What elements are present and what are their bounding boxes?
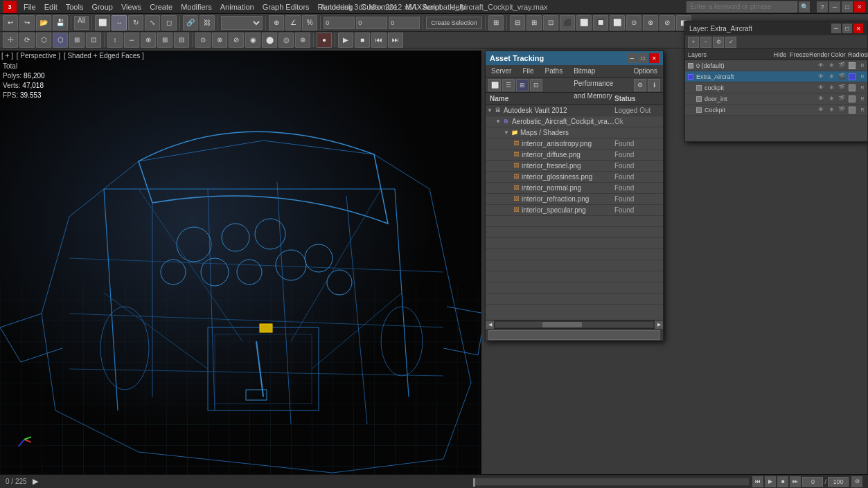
asset-minimize-btn[interactable]: ─ bbox=[627, 53, 637, 63]
layer-radiosity-toggle[interactable]: R bbox=[858, 94, 867, 104]
z-coord[interactable] bbox=[389, 17, 420, 29]
layers-maximize-btn[interactable]: □ bbox=[842, 24, 852, 33]
frame-input[interactable] bbox=[802, 477, 823, 487]
tb-extra-1[interactable]: ⊟ bbox=[510, 15, 525, 30]
layer-freeze-toggle[interactable]: ❄ bbox=[826, 72, 836, 82]
asset-tree-empty-row[interactable] bbox=[486, 227, 663, 238]
tb2-anim-btn[interactable]: ● bbox=[317, 33, 332, 48]
tb-percent-snap-btn[interactable]: % bbox=[302, 15, 317, 30]
tb2-btn16[interactable]: ⬤ bbox=[262, 33, 277, 48]
asset-menu-options[interactable]: Options bbox=[628, 65, 663, 78]
viewport[interactable]: [ + ] [ Perspective ] [ Shaded + Edged F… bbox=[0, 51, 481, 474]
asset-tree-empty-row[interactable] bbox=[486, 249, 663, 260]
layer-freeze-toggle[interactable]: ❄ bbox=[826, 105, 836, 115]
asset-tool-3[interactable]: ⊞ bbox=[516, 79, 529, 91]
layer-render-toggle[interactable]: 🎬 bbox=[837, 72, 847, 82]
layers-new-btn[interactable]: + bbox=[688, 37, 699, 48]
asset-tree-row[interactable]: 🖼 interior_glossiness.png Found bbox=[486, 172, 663, 183]
tb2-btn9[interactable]: ⊕ bbox=[141, 33, 156, 48]
layer-radiosity-toggle[interactable]: R bbox=[858, 61, 867, 71]
tb2-btn4[interactable]: ⬡ bbox=[53, 33, 68, 48]
layer-hide-toggle[interactable]: 👁 bbox=[816, 83, 826, 93]
layer-color-box[interactable] bbox=[849, 62, 856, 69]
tb-btn-link[interactable]: 🔗 bbox=[183, 15, 198, 30]
scroll-thumb[interactable] bbox=[542, 322, 582, 327]
asset-tree-row[interactable]: 🖼 interior_fresnel.png Found bbox=[486, 161, 663, 172]
tb2-btn14[interactable]: ⊘ bbox=[229, 33, 244, 48]
tb2-btn2[interactable]: ⟳ bbox=[19, 33, 35, 48]
tb2-play-btn[interactable]: ▶ bbox=[338, 33, 353, 48]
menu-file[interactable]: File bbox=[19, 0, 40, 14]
scale-btn[interactable]: ⤡ bbox=[145, 15, 160, 30]
tb2-btn7[interactable]: ↕ bbox=[107, 33, 123, 48]
layer-render-toggle[interactable]: 🎬 bbox=[837, 94, 847, 104]
tb2-btn5[interactable]: ⊞ bbox=[69, 33, 85, 48]
asset-tree-empty-row[interactable] bbox=[486, 293, 663, 305]
asset-tool-4[interactable]: ⊡ bbox=[530, 79, 542, 91]
layer-radiosity-toggle[interactable]: R bbox=[858, 72, 867, 82]
layer-hide-toggle[interactable]: 👁 bbox=[816, 94, 826, 104]
tb-extra-10[interactable]: ⊘ bbox=[659, 15, 675, 30]
tb2-btn1[interactable]: ☩ bbox=[3, 33, 18, 48]
tb-extra-5[interactable]: ⬜ bbox=[576, 15, 592, 30]
asset-tree-row[interactable]: 🖼 interior_normal.png Found bbox=[486, 183, 663, 194]
layer-freeze-toggle[interactable]: ❄ bbox=[826, 61, 836, 71]
search-input[interactable] bbox=[687, 1, 797, 12]
tb-btn-unlink[interactable]: ⛓ bbox=[200, 15, 215, 30]
layer-row[interactable]: door_int 👁 ❄ 🎬 R bbox=[685, 93, 867, 105]
layer-color-box[interactable] bbox=[849, 73, 856, 80]
move-btn[interactable]: ↔ bbox=[112, 15, 127, 30]
scroll-right-arrow[interactable]: ▶ bbox=[655, 320, 663, 329]
asset-tool-1[interactable]: ⬜ bbox=[488, 79, 501, 91]
time-config-btn[interactable]: ⚙ bbox=[851, 476, 862, 487]
layer-row[interactable]: cockpit 👁 ❄ 🎬 R bbox=[685, 82, 867, 93]
tb2-btn8[interactable]: ↔ bbox=[124, 33, 139, 48]
asset-tree-row[interactable]: 🖼 interior_specular.png Found bbox=[486, 205, 663, 216]
timeline-thumb[interactable] bbox=[473, 478, 475, 487]
search-icon[interactable]: 🔍 bbox=[799, 1, 810, 12]
asset-tree-row[interactable]: ▼ 🗎 Aerobatic_Aircraft_Cockpit_vray.max … bbox=[486, 116, 663, 127]
layer-color-box[interactable] bbox=[849, 96, 856, 102]
layer-hide-toggle[interactable]: 👁 bbox=[816, 72, 826, 82]
tb2-prev-btn[interactable]: ⏮ bbox=[371, 33, 387, 48]
asset-tool-settings[interactable]: ⚙ bbox=[634, 79, 646, 91]
tb-btn-ref[interactable]: ◻ bbox=[161, 15, 177, 30]
tb-btn-4[interactable]: 💾 bbox=[53, 15, 68, 30]
menu-animation[interactable]: Animation bbox=[216, 0, 258, 14]
minimize-button[interactable]: ─ bbox=[829, 1, 840, 12]
layers-close-btn[interactable]: ✕ bbox=[853, 24, 863, 33]
layer-render-toggle[interactable]: 🎬 bbox=[837, 83, 847, 93]
menu-group[interactable]: Group bbox=[87, 0, 117, 14]
tb2-btn6[interactable]: ⊡ bbox=[86, 33, 101, 48]
layer-radiosity-toggle[interactable]: R bbox=[858, 83, 867, 93]
view-dropdown[interactable]: View bbox=[221, 16, 263, 30]
tb-extra-4[interactable]: ⬛ bbox=[560, 15, 575, 30]
frame-end-input[interactable] bbox=[828, 477, 849, 487]
layer-color-box[interactable] bbox=[849, 84, 856, 91]
mirror-btn[interactable]: ⊞ bbox=[488, 15, 504, 30]
asset-tree-empty-row[interactable] bbox=[486, 260, 663, 271]
layers-list[interactable]: 0 (default) 👁 ❄ 🎬 R Extra_Aircraft 👁 ❄ 🎬… bbox=[685, 60, 867, 116]
asset-tool-info[interactable]: ℹ bbox=[648, 79, 660, 91]
tb-angle-snap-btn[interactable]: ∠ bbox=[285, 15, 301, 30]
scroll-track[interactable] bbox=[495, 322, 653, 327]
asset-tree-empty-row[interactable] bbox=[486, 282, 663, 293]
named-selection-btn[interactable]: Create Selection bbox=[426, 17, 482, 29]
timeline-track[interactable] bbox=[472, 478, 750, 486]
asset-tree-row[interactable]: 🖼 interior_anisotropy.png Found bbox=[486, 138, 663, 150]
select-mode-btn[interactable]: ⬜ bbox=[95, 15, 110, 30]
stop-btn[interactable]: ■ bbox=[777, 476, 788, 487]
tb2-btn15[interactable]: ◉ bbox=[245, 33, 260, 48]
layers-active-btn[interactable]: ✓ bbox=[725, 37, 736, 48]
menu-create[interactable]: Create bbox=[145, 0, 177, 14]
tb-extra-2[interactable]: ⊞ bbox=[526, 15, 542, 30]
next-frame-btn[interactable]: ⏭ bbox=[790, 476, 801, 487]
layer-row[interactable]: Cockpit 👁 ❄ 🎬 R bbox=[685, 105, 867, 116]
tb2-btn13[interactable]: ⊗ bbox=[212, 33, 227, 48]
asset-tree-empty-row[interactable] bbox=[486, 271, 663, 282]
tb2-btn10[interactable]: ⊞ bbox=[157, 33, 172, 48]
asset-menu-bitmap[interactable]: Bitmap Performance and Memory bbox=[568, 65, 628, 78]
asset-path-input[interactable] bbox=[488, 330, 660, 340]
layer-freeze-toggle[interactable]: ❄ bbox=[826, 83, 836, 93]
menu-edit[interactable]: Edit bbox=[40, 0, 62, 14]
